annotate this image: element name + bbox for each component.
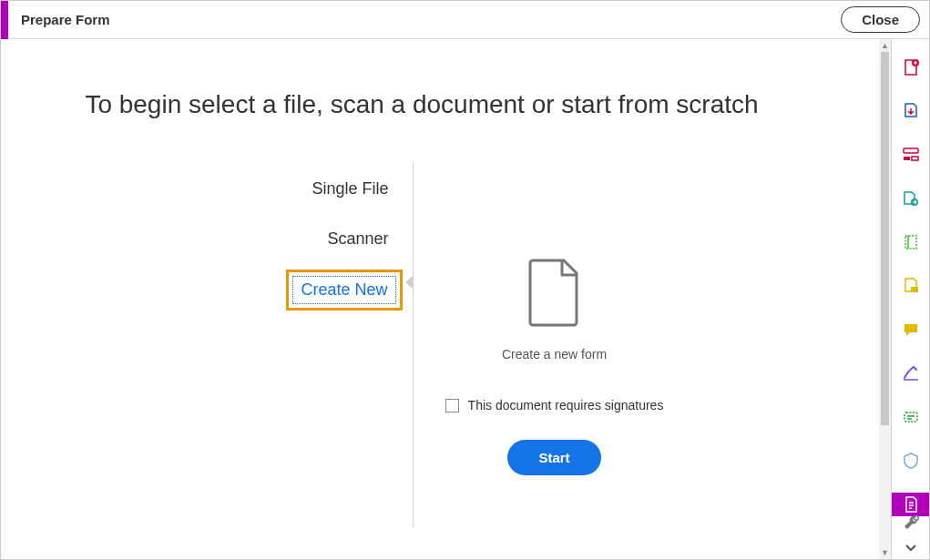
panel-title: Prepare Form xyxy=(1,12,110,27)
signatures-label: This document requires signatures xyxy=(468,398,664,412)
option-detail-panel: Create a new form This document requires… xyxy=(414,163,696,527)
scroll-thumb[interactable] xyxy=(881,52,889,425)
combine-files-icon[interactable] xyxy=(892,187,930,210)
header-bar: Prepare Form Close xyxy=(1,1,929,39)
protect-icon[interactable] xyxy=(892,449,930,473)
chevron-down-icon[interactable] xyxy=(892,541,930,554)
option-single-file[interactable]: Single File xyxy=(304,176,395,202)
file-icon xyxy=(527,258,582,327)
comment-icon[interactable] xyxy=(892,318,930,341)
vertical-scrollbar[interactable]: ▲ ▼ xyxy=(879,39,891,559)
options-row: Single File Scanner Create New Create a … xyxy=(1,163,879,527)
detail-caption: Create a new form xyxy=(502,347,607,361)
edit-pdf-icon[interactable] xyxy=(892,143,930,167)
scroll-up-arrow-icon[interactable]: ▲ xyxy=(879,39,891,52)
organize-pages-icon[interactable] xyxy=(892,230,930,254)
export-pdf-icon[interactable] xyxy=(892,99,930,123)
option-scanner[interactable]: Scanner xyxy=(320,226,395,252)
svg-rect-5 xyxy=(905,236,916,249)
signatures-checkbox-row: This document requires signatures xyxy=(445,398,664,412)
svg-rect-6 xyxy=(911,287,918,292)
main-panel: To begin select a file, scan a document … xyxy=(1,39,879,559)
main-heading: To begin select a file, scan a document … xyxy=(1,90,879,119)
tools-wrench-icon[interactable] xyxy=(892,514,930,532)
scan-ocr-icon[interactable] xyxy=(892,405,930,429)
right-tool-rail xyxy=(891,39,929,559)
close-button[interactable]: Close xyxy=(841,6,920,33)
fill-sign-icon[interactable] xyxy=(892,361,930,385)
body-area: To begin select a file, scan a document … xyxy=(1,39,929,559)
scroll-down-arrow-icon[interactable]: ▼ xyxy=(879,546,891,559)
svg-rect-7 xyxy=(904,412,917,422)
svg-rect-2 xyxy=(904,157,910,160)
vertical-divider xyxy=(413,163,414,527)
option-create-new[interactable]: Create New xyxy=(292,276,395,304)
source-option-list: Single File Scanner Create New xyxy=(148,163,413,527)
send-comments-icon[interactable] xyxy=(892,274,930,298)
svg-rect-1 xyxy=(904,148,918,153)
start-button[interactable]: Start xyxy=(507,440,600,475)
svg-rect-3 xyxy=(912,157,918,160)
create-pdf-icon[interactable] xyxy=(892,56,930,79)
rail-bottom-group xyxy=(892,514,929,554)
signatures-checkbox[interactable] xyxy=(445,399,459,412)
header-accent xyxy=(1,1,8,39)
